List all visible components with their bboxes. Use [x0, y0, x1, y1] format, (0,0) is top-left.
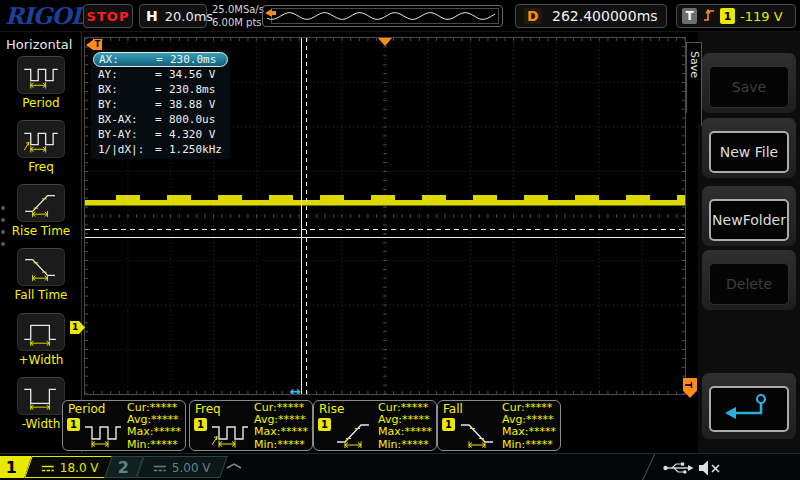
measure-stats: Cur:***** Avg:***** Max:***** Min:*****	[127, 402, 181, 451]
cursor-row-ax: AX: = 230.0ms	[93, 52, 228, 67]
cursor-a-horizontal[interactable]	[85, 237, 685, 238]
freq-icon	[209, 418, 251, 452]
fall-time-icon	[17, 248, 65, 286]
save-button[interactable]: Save	[709, 66, 789, 108]
period-icon	[82, 418, 124, 452]
timebase-value: 20.0ms	[165, 9, 213, 24]
scroll-dots	[1, 198, 6, 254]
sidebar-item-rise-time[interactable]: Rise Time	[8, 184, 74, 238]
cursor-row-by: BY: = 38.88 V	[93, 97, 228, 112]
sidebar-item-fall-time[interactable]: Fall Time	[8, 248, 74, 302]
cursor-row-byay: BY-AY: = 4.320 V	[93, 127, 228, 142]
delete-button[interactable]: Delete	[709, 263, 789, 305]
measure-cell-rise[interactable]: Rise 1 Cur:***** Avg:***** Max:***** Min…	[313, 400, 437, 451]
dc-coupling-icon	[41, 458, 55, 477]
cursor-readout-box: AX: = 230.0ms AY: = 34.56 V BX: = 230.8m…	[91, 50, 230, 159]
measure-channel-badge: 1	[194, 418, 207, 431]
preview-waveform	[263, 6, 502, 26]
brand-logo: RIGOL	[5, 2, 86, 29]
channel1-badge[interactable]: 1 18.0 V	[0, 456, 116, 478]
freq-icon	[17, 120, 65, 158]
trigger-level-value: -119 V	[740, 9, 783, 24]
sidebar-item-label: Fall Time	[8, 288, 74, 302]
new-folder-button[interactable]: NewFolder	[709, 199, 789, 241]
cursor-b-horizontal[interactable]	[85, 229, 685, 230]
oscilloscope-screen: RIGOL STOP H 20.0ms 25.0MSa/s 6.00M pts …	[0, 0, 800, 480]
menu-tab-save[interactable]: Save	[686, 42, 702, 126]
menu-slot	[702, 373, 796, 439]
menu-slot: NewFolder	[702, 186, 796, 246]
memory-depth: 6.00M pts	[212, 16, 264, 29]
period-icon	[17, 56, 65, 94]
run-state-label: STOP	[87, 9, 130, 24]
delay-value: 262.400000ms	[552, 8, 658, 24]
nwidth-icon	[17, 377, 65, 415]
menu-handle-icon[interactable]	[226, 454, 242, 473]
measure-stats: Cur:***** Avg:***** Max:***** Min:*****	[502, 402, 556, 451]
measure-stats: Cur:***** Avg:***** Max:***** Min:*****	[254, 402, 308, 451]
measure-name: Fall	[443, 402, 463, 416]
cursor-row-ay: AY: = 34.56 V	[93, 67, 228, 82]
sidebar-item-label: Period	[8, 96, 74, 110]
channel2-number: 2	[118, 458, 129, 477]
menu-tab-label: Save	[688, 51, 701, 78]
trigger-level-marker[interactable]: T	[683, 378, 697, 398]
left-arrow-icon	[86, 40, 93, 50]
sidebar-item-label: +Width	[8, 353, 74, 367]
d-label: D	[524, 8, 542, 24]
menu-slot: Delete	[702, 250, 796, 310]
trigger-label: T	[682, 8, 697, 24]
menu-slot: New File	[702, 118, 796, 178]
measure-channel-badge: 1	[442, 418, 455, 431]
return-button[interactable]	[709, 386, 789, 432]
cursor-a-vertical[interactable]	[301, 38, 302, 394]
measure-name: Rise	[319, 402, 344, 416]
trigger-status-box[interactable]: T 1 -119 V	[676, 4, 796, 28]
horizontal-timebase-box[interactable]: H 20.0ms	[139, 4, 207, 28]
rise-time-icon	[17, 184, 65, 222]
return-arrow-icon	[718, 390, 780, 429]
run-state-indicator[interactable]: STOP	[83, 4, 133, 28]
measure-cell-fall[interactable]: Fall 1 Cur:***** Avg:***** Max:***** Min…	[437, 400, 561, 451]
trigger-offscreen-label: T	[93, 39, 102, 50]
sidebar-item-label: Rise Time	[8, 224, 74, 238]
new-file-button[interactable]: New File	[709, 131, 789, 173]
sidebar-item-label: Freq	[8, 160, 74, 174]
measure-cell-freq[interactable]: Freq 1 Cur:***** Avg:***** Max:***** Min…	[189, 400, 313, 451]
measure-name: Period	[68, 402, 105, 416]
menu-slot: Save	[702, 53, 796, 113]
channel2-badge[interactable]: 2 5.00 V	[104, 456, 227, 478]
channel1-number: 1	[6, 458, 17, 477]
acquisition-info: 25.0MSa/s 6.00M pts	[212, 3, 264, 29]
measure-channel-badge: 1	[318, 418, 331, 431]
measure-sidebar: Horizontal Period Freq Rise Time Fall Ti…	[0, 32, 82, 453]
dc-coupling-icon	[153, 458, 167, 477]
pwidth-icon	[17, 313, 65, 351]
trigger-offscreen-marker: T	[86, 39, 102, 50]
sidebar-title: Horizontal	[6, 37, 72, 52]
channel1-level-marker[interactable]: 1	[70, 321, 85, 334]
fall-time-icon	[457, 418, 499, 452]
measure-cell-period[interactable]: Period 1 Cur:***** Avg:***** Max:***** M…	[62, 400, 186, 451]
trigger-position-marker-icon[interactable]	[378, 38, 392, 46]
cursor-drag-handle-icon[interactable]: ↔	[290, 384, 301, 395]
delay-offset-box[interactable]: D 262.400000ms	[515, 4, 667, 28]
measure-stats: Cur:***** Avg:***** Max:***** Min:*****	[378, 402, 432, 451]
sidebar-item-freq[interactable]: Freq	[8, 120, 74, 174]
statusbar-divider	[642, 454, 656, 480]
cursor-row-freq: 1/|dX|: = 1.250kHz	[93, 142, 228, 157]
usb-icon	[662, 460, 694, 480]
channel-status-bar: 1 18.0 V 2 5.00 V	[0, 453, 800, 480]
trigger-source-badge: 1	[720, 8, 735, 24]
h-label: H	[146, 8, 158, 24]
sidebar-item-period[interactable]: Period	[8, 56, 74, 110]
trigger-level-label: T	[683, 382, 693, 388]
channel1-scale: 18.0 V	[60, 460, 99, 474]
measure-channel-badge: 1	[67, 418, 80, 431]
waveform-preview-strip[interactable]	[262, 5, 503, 27]
top-status-bar: RIGOL STOP H 20.0ms 25.0MSa/s 6.00M pts …	[0, 0, 800, 32]
cursor-b-vertical[interactable]	[306, 38, 307, 394]
rise-time-icon	[333, 418, 375, 452]
graticule: ↔ T AX: = 230.0ms AY: = 34.56 V BX: = 23…	[84, 37, 686, 395]
sidebar-item-pwidth[interactable]: +Width	[8, 313, 74, 367]
